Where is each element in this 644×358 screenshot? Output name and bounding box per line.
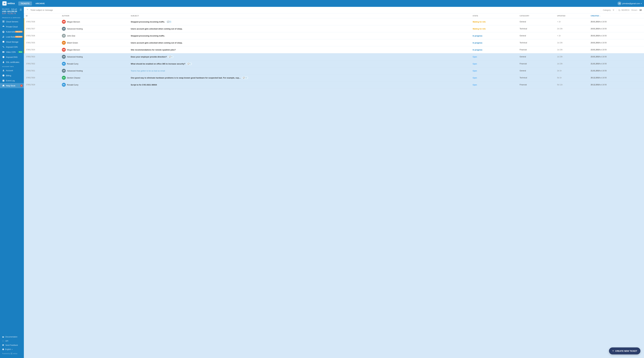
table-row[interactable]: 378517829 RC Ronald Curry Script to fix …: [24, 81, 644, 88]
ticket-author: RC Ronald Curry: [60, 81, 129, 88]
sidebar-item-label: Kubernetes: [6, 31, 16, 33]
preview-badge: PREVIEW: [15, 36, 23, 38]
table-row[interactable]: 378517835 EG Elbert Green Users account …: [24, 39, 644, 46]
ticket-author: AH Advanced Hosting: [60, 53, 129, 60]
ticket-category: General: [518, 53, 555, 60]
col-author: Author: [60, 13, 129, 18]
ticket-author: DC Denton Chavez: [60, 74, 129, 81]
subject-text: What should be enabled on office 365 to …: [131, 63, 185, 65]
ticket-id: 378517836: [24, 32, 60, 39]
svg-rect-15: [11, 353, 11, 354]
ticket-state: In progress: [471, 39, 518, 46]
filter-icon[interactable]: [26, 9, 28, 11]
sidebar-item-label: Account: [6, 69, 13, 72]
ticket-author: AH Advanced Hosting: [60, 67, 129, 74]
ticket-created: 21.01.2019 at 18:56: [589, 67, 644, 74]
sidebar-item-kubernetes[interactable]: Kubernetes PREVIEW: [0, 29, 24, 34]
user-menu[interactable]: JD johndoe@gmail.com ▾: [618, 1, 642, 5]
ticket-state: In progress: [471, 32, 518, 39]
sidebar-item-label: SSL certificates: [6, 61, 20, 63]
subject-text: Teams has gotten to be as bad as email: [131, 70, 165, 72]
beta-badge: Beta: [18, 51, 23, 53]
avatar: MB: [62, 48, 66, 52]
sidebar-item-label: Cloud Storage: [6, 41, 18, 43]
language-selector[interactable]: English ▾: [0, 347, 24, 352]
col-created[interactable]: Created ↓: [589, 13, 644, 18]
svg-point-2: [4, 21, 4, 21]
broadcast-icon: [2, 45, 5, 48]
svg-rect-10: [3, 62, 4, 63]
sidebar-toggle-icon[interactable]: ☰: [20, 8, 22, 11]
language-label: English: [5, 348, 11, 351]
sidebar-item-help-desk[interactable]: Help Desk 5: [0, 83, 24, 88]
search-button[interactable]: SEARCH: [616, 9, 630, 11]
person-icon: [2, 69, 5, 72]
state-label: In progress: [472, 42, 482, 44]
sidebar-item-account[interactable]: Account: [0, 68, 24, 73]
table-row[interactable]: 378517830 DC Denton Chavez One good way …: [24, 74, 644, 81]
balance-section: BALANCE TOP-UP USD: $15,350.00 EUR: −€1,…: [0, 7, 24, 16]
server-icon: [2, 20, 5, 23]
sidebar-item-load-balancers[interactable]: Load Balancers PREVIEW: [0, 34, 24, 39]
ticket-created: 25.01.2019 at 18:56: [589, 32, 644, 39]
sidebar-item-event-log[interactable]: Event Log: [0, 78, 24, 83]
sidebar-item-cloud-servers[interactable]: Cloud Servers: [0, 19, 24, 24]
table-row[interactable]: 378517833 AH Advanced Hosting Does your …: [24, 53, 644, 60]
table-row[interactable]: 378517838 MB Megan Benson Stopped proces…: [24, 18, 644, 25]
author-name: Ronald Curry: [67, 63, 78, 65]
avatar: RC: [62, 62, 66, 66]
sidebar-item-label: Anycast DNS: [6, 56, 18, 58]
ticket-category: General: [518, 32, 555, 39]
sidebar-item-documentation[interactable]: Documentation: [0, 335, 24, 339]
ticket-subject: Stopped processing incoming traffic. 💬 3: [129, 18, 471, 25]
sidebar-item-anycast-cdn[interactable]: Anycast CDN: [0, 44, 24, 49]
avatar: JD: [618, 1, 621, 5]
svg-point-11: [3, 70, 4, 70]
sidebar-item-private-cloud[interactable]: Private Cloud: [0, 24, 24, 29]
app-logo: W websa: [2, 1, 15, 5]
ticket-created: 20.12.2018 at 18:56: [589, 81, 644, 88]
sidebar-item-video-cdn[interactable]: Video CDN Beta: [0, 49, 24, 54]
sidebar-item-anycast-dns[interactable]: Anycast DNS: [0, 54, 24, 59]
state-label: Open: [472, 63, 477, 65]
ticket-state: Waiting for info: [471, 18, 518, 25]
tab-tickets[interactable]: TICKETS: [18, 1, 32, 5]
author-name: Megan Benson: [67, 49, 80, 51]
sidebar-footer: Documentation API Send Feedback English …: [0, 335, 24, 356]
create-ticket-button[interactable]: + CREATE NEW TICKET: [609, 348, 640, 355]
video-icon: [2, 51, 5, 53]
svg-rect-17: [11, 354, 11, 354]
ticket-created: 24.01.2019 at 18:56: [589, 25, 644, 32]
tab-archive[interactable]: ARCHIVE: [33, 1, 47, 5]
sidebar-item-send-feedback[interactable]: Send Feedback: [0, 343, 24, 347]
sidebar-item-ssl-certificates[interactable]: SSL certificates: [0, 59, 24, 65]
table-row[interactable]: 378517836 JD John Doe Stopped processing…: [24, 32, 644, 39]
svg-point-7: [3, 47, 4, 47]
state-label: Waiting for info: [472, 21, 486, 23]
ticket-state: Open: [471, 67, 518, 74]
table-row[interactable]: 378517834 MB Megan Benson Site recommend…: [24, 46, 644, 53]
ticket-subject: Script to fix CVE-2021-36934: [129, 81, 471, 88]
svg-point-3: [4, 22, 4, 22]
search-input[interactable]: [30, 9, 599, 11]
top-up-link[interactable]: TOP-UP: [11, 8, 17, 10]
sidebar-item-cloud-storage[interactable]: Cloud Storage: [0, 39, 24, 44]
ticket-author: AH Advanced Hosting: [60, 25, 129, 32]
table-row[interactable]: 378517831 AH Advanced Hosting Teams has …: [24, 67, 644, 74]
subject-text: Users account gets unlocked when coming …: [131, 42, 182, 44]
logo-icon: W: [2, 1, 6, 5]
sidebar-item-label: Send Feedback: [5, 344, 18, 346]
sidebar-item-api[interactable]: API: [0, 339, 24, 343]
table-row[interactable]: 378517837 AH Advanced Hosting Users acco…: [24, 25, 644, 32]
account-section-label: ACCOUNT INFO: [0, 65, 24, 68]
sidebar-item-billing[interactable]: Billing: [0, 73, 24, 78]
sidebar-item-label: Billing: [6, 74, 11, 77]
ticket-id: 378517832: [24, 60, 60, 67]
state-label: Open: [472, 77, 477, 79]
avatar: AH: [62, 55, 66, 59]
dollar-icon: [2, 74, 5, 77]
table-row[interactable]: 378517832 RC Ronald Curry What should be…: [24, 60, 644, 67]
category-select[interactable]: Category General Technical Financial: [601, 8, 615, 12]
ticket-author: EG Elbert Green: [60, 39, 129, 46]
sidebar: BALANCE TOP-UP USD: $15,350.00 EUR: −€1,…: [0, 7, 24, 358]
